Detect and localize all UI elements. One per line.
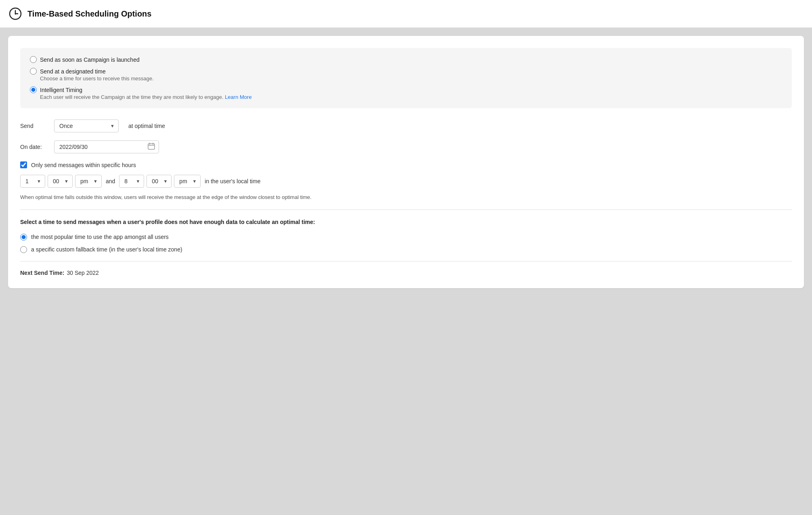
- radio-option-intelligent: Intelligent Timing Each user will receiv…: [30, 86, 782, 100]
- main-card: Send as soon as Campaign is launched Sen…: [8, 36, 804, 288]
- start-hour-select[interactable]: 1234 5678 9101112: [20, 175, 45, 188]
- divider-1: [20, 209, 792, 210]
- end-hour-select[interactable]: 1234 5678 9101112: [119, 175, 144, 188]
- end-ampm-select[interactable]: ampm: [174, 175, 201, 188]
- radio-intelligent[interactable]: [30, 86, 37, 93]
- learn-more-link[interactable]: Learn More: [225, 94, 251, 100]
- next-send-label: Next Send Time:: [20, 270, 64, 276]
- scheduling-options-box: Send as soon as Campaign is launched Sen…: [20, 48, 792, 108]
- radio-immediate[interactable]: [30, 56, 37, 63]
- date-input[interactable]: [54, 140, 159, 153]
- clock-icon: [8, 6, 23, 21]
- date-label: On date:: [20, 144, 48, 150]
- radio-intelligent-sub: Each user will receive the Campaign at t…: [40, 94, 782, 100]
- start-ampm-wrapper: ampm ▼: [75, 175, 102, 188]
- fallback-custom-label: a specific custom fallback time (in the …: [31, 246, 182, 253]
- radio-option-designated: Send at a designated time Choose a time …: [30, 68, 782, 82]
- at-optimal-label: at optimal time: [128, 123, 165, 129]
- next-send-section: Next Send Time: 30 Sep 2022: [20, 270, 792, 276]
- specific-hours-row: Only send messages within specific hours: [20, 161, 792, 168]
- radio-option-immediate: Send as soon as Campaign is launched: [30, 56, 782, 63]
- date-input-wrapper: [54, 140, 159, 153]
- radio-designated[interactable]: [30, 68, 37, 75]
- frequency-select-wrapper: Once Daily Weekly Monthly ▼: [54, 119, 119, 132]
- fallback-option-custom: a specific custom fallback time (in the …: [20, 246, 792, 253]
- and-text: and: [104, 178, 117, 184]
- fallback-option-popular: the most popular time to use the app amo…: [20, 234, 792, 241]
- specific-hours-label: Only send messages within specific hours: [31, 162, 136, 168]
- end-minute-wrapper: 00153045 ▼: [146, 175, 172, 188]
- radio-custom[interactable]: [20, 246, 27, 253]
- next-send-value: 30 Sep 2022: [67, 270, 98, 276]
- frequency-select[interactable]: Once Daily Weekly Monthly: [54, 119, 119, 132]
- radio-designated-sub: Choose a time for users to receive this …: [40, 75, 782, 82]
- start-minute-select[interactable]: 00153045: [48, 175, 73, 188]
- page-header: Time-Based Scheduling Options: [0, 0, 812, 28]
- fallback-popular-label: the most popular time to use the app amo…: [31, 234, 169, 240]
- send-frequency-row: Send Once Daily Weekly Monthly ▼ at opti…: [20, 119, 792, 132]
- time-range-row: 1234 5678 9101112 ▼ 00153045 ▼ ampm ▼ an…: [20, 175, 792, 188]
- start-minute-wrapper: 00153045 ▼: [48, 175, 73, 188]
- radio-immediate-label: Send as soon as Campaign is launched: [40, 57, 140, 63]
- send-label: Send: [20, 123, 48, 129]
- local-time-text: in the user's local time: [203, 178, 262, 184]
- specific-hours-checkbox[interactable]: [20, 161, 27, 168]
- divider-2: [20, 261, 792, 262]
- radio-intelligent-label: Intelligent Timing: [40, 87, 82, 93]
- page-title: Time-Based Scheduling Options: [27, 9, 151, 19]
- end-minute-select[interactable]: 00153045: [146, 175, 172, 188]
- fallback-section: Select a time to send messages when a us…: [20, 218, 792, 253]
- window-note: When optimal time falls outside this win…: [20, 193, 792, 201]
- radio-popular[interactable]: [20, 234, 27, 241]
- start-ampm-select[interactable]: ampm: [75, 175, 102, 188]
- end-hour-wrapper: 1234 5678 9101112 ▼: [119, 175, 144, 188]
- fallback-title: Select a time to send messages when a us…: [20, 218, 792, 226]
- end-ampm-wrapper: ampm ▼: [174, 175, 201, 188]
- radio-designated-label: Send at a designated time: [40, 68, 106, 75]
- date-row: On date:: [20, 140, 792, 153]
- start-hour-wrapper: 1234 5678 9101112 ▼: [20, 175, 45, 188]
